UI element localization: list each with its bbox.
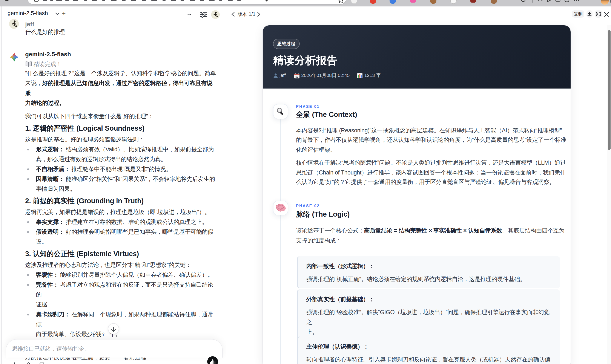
svg-text:17: 17	[295, 75, 298, 78]
